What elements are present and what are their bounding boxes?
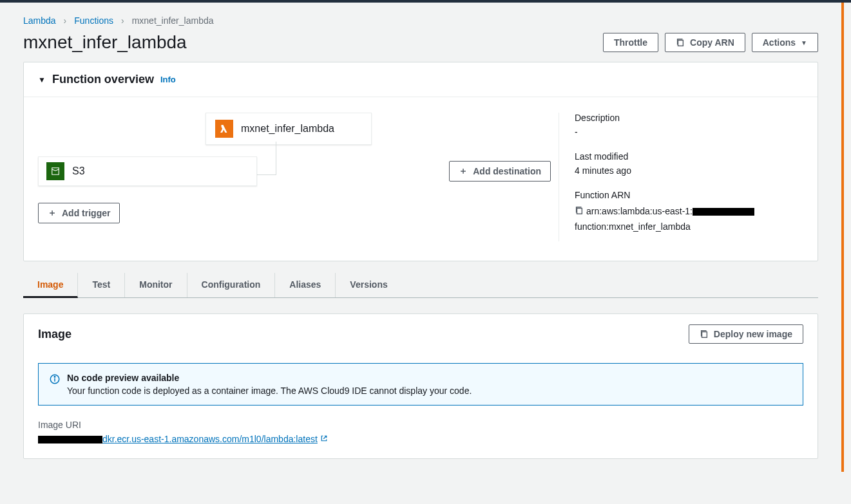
deploy-new-image-button[interactable]: Deploy new image bbox=[689, 324, 803, 344]
arn-label: Function ARN bbox=[575, 190, 803, 200]
function-node[interactable]: mxnet_infer_lambda bbox=[206, 113, 372, 145]
add-destination-button[interactable]: ＋ Add destination bbox=[449, 161, 551, 182]
notice-text: Your function code is deployed as a cont… bbox=[67, 386, 472, 396]
copy-icon bbox=[700, 330, 709, 339]
redacted-text bbox=[38, 436, 102, 443]
tab-test[interactable]: Test bbox=[78, 273, 125, 297]
plus-icon: ＋ bbox=[48, 207, 57, 219]
image-uri-label: Image URI bbox=[38, 420, 803, 430]
info-icon bbox=[49, 373, 61, 385]
arn-value: arn:aws:lambda:us-east-1:function:mxnet_… bbox=[575, 204, 803, 235]
function-graph: mxnet_infer_lambda S3 ＋ Add trigger bbox=[38, 113, 551, 241]
info-link[interactable]: Info bbox=[160, 75, 176, 84]
description-value: - bbox=[575, 127, 803, 137]
graph-connector bbox=[257, 142, 276, 175]
function-overview-panel: ▼ Function overview Info mxnet_infer_lam… bbox=[23, 62, 818, 261]
image-panel-title: Image bbox=[38, 328, 72, 341]
svg-rect-0 bbox=[678, 41, 684, 46]
copy-icon bbox=[676, 38, 685, 47]
lambda-icon bbox=[215, 120, 233, 138]
svg-rect-2 bbox=[702, 332, 707, 338]
tab-aliases[interactable]: Aliases bbox=[275, 273, 336, 297]
actions-button[interactable]: Actions ▼ bbox=[752, 33, 818, 52]
description-label: Description bbox=[575, 113, 803, 123]
last-modified-value: 4 minutes ago bbox=[575, 165, 803, 176]
overview-title: Function overview bbox=[52, 73, 154, 86]
svg-rect-1 bbox=[577, 209, 582, 214]
tab-monitor[interactable]: Monitor bbox=[125, 273, 187, 297]
chevron-down-icon: ▼ bbox=[801, 39, 807, 46]
copy-arn-button[interactable]: Copy ARN bbox=[665, 33, 745, 52]
redacted-text bbox=[693, 208, 754, 216]
image-panel: Image Deploy new image No code preview a… bbox=[23, 313, 818, 459]
tabs: Image Test Monitor Configuration Aliases… bbox=[23, 273, 818, 298]
notice-title: No code preview available bbox=[67, 373, 472, 383]
image-uri-value: dkr.ecr.us-east-1.amazonaws.com/m1l0/lam… bbox=[38, 434, 803, 444]
last-modified-label: Last modified bbox=[575, 151, 803, 162]
breadcrumb: Lambda › Functions › mxnet_infer_lambda bbox=[23, 15, 818, 26]
copy-icon[interactable] bbox=[575, 206, 584, 215]
chevron-right-icon: › bbox=[64, 15, 67, 26]
trigger-node-s3[interactable]: S3 bbox=[38, 156, 257, 186]
overview-meta: Description - Last modified 4 minutes ag… bbox=[559, 113, 803, 241]
breadcrumb-current: mxnet_infer_lambda bbox=[132, 15, 214, 26]
external-link-icon bbox=[320, 434, 328, 442]
collapse-caret-icon[interactable]: ▼ bbox=[38, 75, 46, 84]
tab-image[interactable]: Image bbox=[23, 273, 78, 298]
function-node-label: mxnet_infer_lambda bbox=[241, 123, 334, 135]
breadcrumb-link-functions[interactable]: Functions bbox=[74, 15, 113, 26]
chevron-right-icon: › bbox=[121, 15, 124, 26]
breadcrumb-link-lambda[interactable]: Lambda bbox=[23, 15, 56, 26]
tab-versions[interactable]: Versions bbox=[336, 273, 401, 297]
svg-point-5 bbox=[54, 377, 55, 378]
page-title: mxnet_infer_lambda bbox=[23, 32, 187, 53]
trigger-node-label: S3 bbox=[72, 165, 85, 177]
tab-configuration[interactable]: Configuration bbox=[187, 273, 276, 297]
image-uri-link[interactable]: dkr.ecr.us-east-1.amazonaws.com/m1l0/lam… bbox=[102, 434, 328, 444]
throttle-button[interactable]: Throttle bbox=[603, 33, 658, 52]
add-trigger-button[interactable]: ＋ Add trigger bbox=[38, 203, 120, 223]
plus-icon: ＋ bbox=[459, 165, 468, 177]
info-notice: No code preview available Your function … bbox=[38, 363, 803, 406]
s3-icon bbox=[46, 162, 64, 180]
